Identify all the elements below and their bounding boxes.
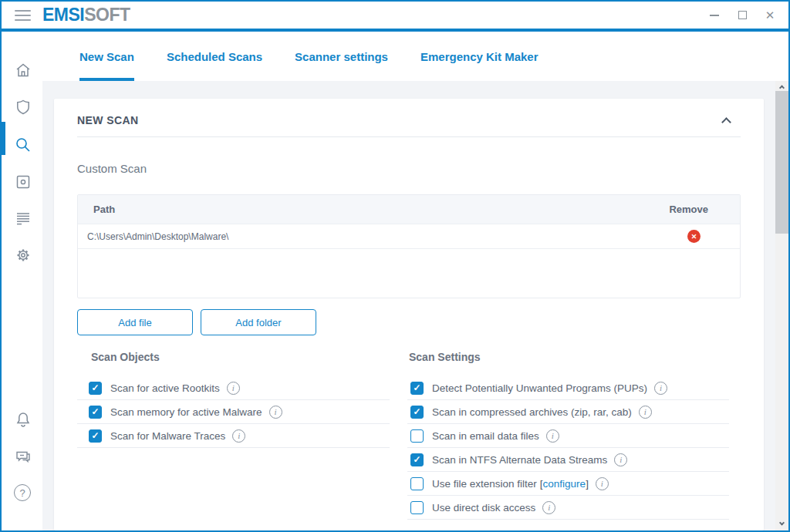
sidebar-item-notifications[interactable] — [14, 410, 32, 429]
option-label: Scan in NTFS Alternate Data Streams — [432, 454, 607, 466]
title-bar: EMSISOFT ✕ — [2, 2, 788, 29]
checkbox[interactable] — [89, 382, 102, 395]
sidebar-item-feedback[interactable] — [14, 447, 32, 466]
tab-emergency-kit-maker[interactable]: Emergency Kit Maker — [420, 32, 538, 81]
window-controls: ✕ — [701, 5, 784, 26]
options-columns: Scan Objects Scan for active Rootkits Sc… — [77, 351, 741, 520]
table-header-row: Path Remove — [78, 195, 740, 224]
bracket-close: ] — [586, 478, 589, 490]
option-label: Scan memory for active Malware — [110, 406, 262, 418]
checkbox[interactable] — [410, 382, 424, 395]
info-icon[interactable] — [639, 406, 652, 419]
close-button[interactable]: ✕ — [756, 5, 784, 26]
info-icon[interactable] — [546, 429, 559, 443]
sidebar-item-home[interactable] — [14, 61, 32, 79]
home-icon — [14, 61, 32, 79]
option-label: Scan in email data files — [432, 430, 539, 442]
logo-secondary: SOFT — [84, 5, 130, 25]
option-scan-email-data-files[interactable]: Scan in email data files — [407, 424, 729, 448]
scroll-body: NEW SCAN Custom Scan Path Remove C:\User… — [42, 81, 788, 530]
scan-path-table: Path Remove C:\Users\Admin\Desktop\Malwa… — [77, 194, 741, 298]
option-scan-malware-traces[interactable]: Scan for Malware Traces — [77, 424, 390, 448]
info-icon[interactable] — [227, 382, 240, 395]
info-icon[interactable] — [654, 382, 667, 395]
maximize-button[interactable] — [728, 5, 756, 26]
option-label: Detect Potentially Unwanted Programs (PU… — [432, 382, 647, 394]
tab-scheduled-scans[interactable]: Scheduled Scans — [167, 32, 262, 81]
remove-path-button[interactable] — [687, 230, 701, 243]
sidebar-active-indicator — [2, 122, 5, 155]
help-icon: ? — [14, 484, 31, 501]
option-label: Scan in compressed archives (zip, rar, c… — [432, 406, 632, 418]
add-buttons-row: Add file Add folder — [77, 309, 741, 335]
tab-new-scan[interactable]: New Scan — [79, 32, 134, 81]
panel-title: NEW SCAN — [77, 114, 138, 126]
table-row[interactable]: C:\Users\Admin\Desktop\Malware\ — [78, 224, 740, 249]
scan-path-value: C:\Users\Admin\Desktop\Malware\ — [87, 231, 228, 242]
vertical-scrollbar[interactable] — [775, 81, 788, 530]
header-divider — [77, 136, 741, 137]
sidebar-item-quarantine[interactable] — [14, 173, 32, 191]
minimize-button[interactable] — [701, 5, 728, 26]
add-folder-button[interactable]: Add folder — [201, 309, 316, 335]
shield-icon — [14, 98, 32, 116]
checkbox[interactable] — [410, 501, 424, 514]
info-icon[interactable] — [269, 406, 282, 419]
help-glyph: ? — [19, 487, 25, 499]
option-label: Scan for active Rootkits — [110, 382, 220, 394]
checkbox[interactable] — [410, 477, 424, 490]
option-file-extension-filter[interactable]: Use file extension filter [configure] — [407, 472, 729, 496]
add-file-button[interactable]: Add file — [77, 309, 193, 335]
option-direct-disk-access[interactable]: Use direct disk access — [407, 496, 729, 520]
logo-primary: EMSI — [42, 5, 84, 25]
collapse-chevron-up-icon[interactable] — [721, 117, 731, 127]
scan-objects-title: Scan Objects — [77, 351, 390, 363]
info-icon[interactable] — [232, 429, 245, 443]
minimize-icon — [710, 15, 719, 16]
sidebar-item-help[interactable]: ? — [14, 484, 32, 503]
tab-bar: New Scan Scheduled Scans Scanner setting… — [42, 32, 788, 81]
checkbox[interactable] — [89, 406, 102, 419]
chevron-up-icon — [779, 85, 785, 90]
custom-scan-heading: Custom Scan — [77, 162, 741, 175]
option-detect-pups[interactable]: Detect Potentially Unwanted Programs (PU… — [407, 376, 729, 400]
sidebar-item-protection[interactable] — [14, 98, 32, 116]
configure-link[interactable]: configure — [543, 478, 586, 490]
checkbox[interactable] — [410, 406, 424, 419]
sidebar-item-scan[interactable] — [14, 136, 32, 154]
option-scan-compressed-archives[interactable]: Scan in compressed archives (zip, rar, c… — [407, 400, 729, 424]
app-window: EMSISOFT ✕ — [0, 0, 790, 532]
sidebar-item-settings[interactable] — [14, 246, 32, 264]
info-icon[interactable] — [542, 501, 555, 514]
checkbox[interactable] — [410, 429, 424, 443]
gear-icon — [14, 246, 32, 264]
menu-icon[interactable] — [15, 10, 31, 21]
maximize-icon — [738, 11, 747, 19]
bell-icon — [14, 410, 32, 429]
new-scan-panel: NEW SCAN Custom Scan Path Remove C:\User… — [54, 99, 764, 530]
info-icon[interactable] — [614, 453, 627, 466]
close-icon: ✕ — [765, 9, 775, 21]
option-scan-ntfs-ads[interactable]: Scan in NTFS Alternate Data Streams — [407, 448, 729, 472]
tab-scanner-settings[interactable]: Scanner settings — [295, 32, 388, 81]
checkbox[interactable] — [89, 429, 102, 443]
scan-settings-title: Scan Settings — [407, 351, 741, 363]
content-area: New Scan Scheduled Scans Scanner setting… — [42, 32, 788, 530]
column-header-path: Path — [93, 204, 115, 215]
scroll-down-button[interactable] — [775, 518, 788, 529]
option-label: Scan for Malware Traces — [110, 430, 225, 442]
sidebar: ? — [2, 32, 42, 530]
scan-objects-column: Scan Objects Scan for active Rootkits Sc… — [77, 351, 390, 520]
scrollbar-thumb[interactable] — [775, 91, 788, 234]
info-icon[interactable] — [596, 477, 609, 490]
sidebar-item-logs[interactable] — [14, 209, 32, 227]
emsisoft-logo: EMSISOFT — [42, 5, 130, 25]
option-scan-memory-malware[interactable]: Scan memory for active Malware — [77, 400, 390, 424]
search-icon — [14, 136, 32, 154]
chat-icon — [14, 447, 32, 466]
option-scan-active-rootkits[interactable]: Scan for active Rootkits — [77, 376, 390, 400]
scroll-up-button[interactable] — [775, 81, 788, 92]
logs-icon — [14, 209, 32, 227]
checkbox[interactable] — [410, 453, 424, 466]
option-label: Use file extension filter — [432, 478, 537, 490]
